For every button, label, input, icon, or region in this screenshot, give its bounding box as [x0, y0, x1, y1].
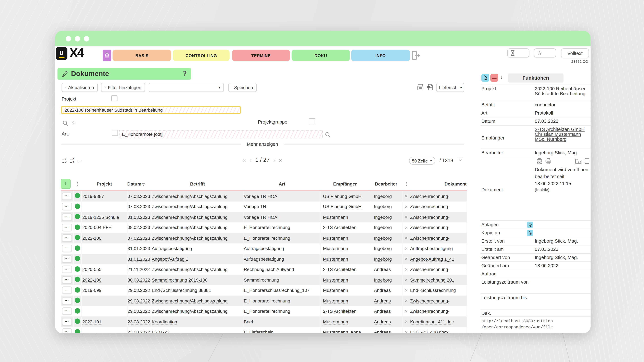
first-page-icon[interactable]: «: [242, 157, 246, 163]
table-row[interactable]: •••2022-10123.08.2022KoordinationBriefMu…: [61, 317, 466, 327]
table-row[interactable]: •••2020-55521.11.2022Zwischenrechnung/Ab…: [61, 264, 466, 275]
logout-icon[interactable]: [412, 50, 420, 60]
search-icon[interactable]: [325, 132, 331, 138]
row-actions-button[interactable]: •••: [62, 203, 72, 210]
funktionen-header[interactable]: Funktionen: [508, 73, 564, 82]
refresh-button[interactable]: Aktualisieren: [62, 83, 98, 92]
table-row[interactable]: •••2022-10030.08.2022Sammelrechnung 2019…: [61, 275, 466, 285]
table-row[interactable]: •••07.03.2023Zwischenrechnung/Abschlagsz…: [61, 201, 466, 212]
remove-icon[interactable]: ×: [404, 277, 408, 283]
header-betrifft[interactable]: Betrifft: [152, 178, 244, 190]
row-actions-button[interactable]: •••: [62, 224, 72, 231]
remove-icon[interactable]: ×: [404, 214, 408, 220]
window-control-close[interactable]: [66, 36, 71, 41]
projektgruppe-checkbox[interactable]: [309, 118, 315, 124]
row-actions-button[interactable]: •••: [62, 308, 72, 315]
cell-dokument-link[interactable]: Koordination_411.doc: [410, 319, 454, 324]
window-control-maximize[interactable]: [84, 36, 89, 41]
filter-preset-select[interactable]: ▼: [148, 83, 224, 92]
remove-panel-button[interactable]: —: [490, 74, 498, 82]
search-icon[interactable]: [62, 120, 68, 126]
cell-dokument-link[interactable]: Zwischenrechnung-: [410, 204, 450, 209]
tab-controlling[interactable]: CONTROLLING: [173, 50, 230, 61]
scroll-to-end-icon[interactable]: [458, 157, 463, 162]
deselect-all-icon[interactable]: ‒✗‒✗: [70, 158, 75, 164]
remove-icon[interactable]: ×: [404, 204, 408, 210]
remove-icon[interactable]: ×: [404, 319, 408, 325]
remove-icon[interactable]: ×: [404, 256, 408, 262]
show-more-link[interactable]: Mehr anzeigen: [247, 142, 278, 147]
volltext-button[interactable]: Volltext: [561, 48, 589, 58]
table-row[interactable]: •••29.08.2022Zwischenrechnung/Abschlagsz…: [61, 296, 466, 306]
column-menu-icon[interactable]: ⋮: [404, 181, 409, 187]
remove-icon[interactable]: ×: [404, 298, 408, 304]
last-page-icon[interactable]: »: [279, 157, 282, 163]
remove-icon[interactable]: ×: [404, 193, 408, 199]
row-actions-button[interactable]: •••: [62, 287, 72, 294]
art-input[interactable]: [119, 130, 323, 138]
empfaenger-link[interactable]: Christian Mustermann MSc, Nürnberg: [535, 132, 590, 142]
wait-time-box[interactable]: [507, 48, 529, 57]
select-all-icon[interactable]: ‒✓‒✓: [62, 158, 67, 164]
help-icon[interactable]: ?: [183, 69, 187, 78]
anlagen-select-button[interactable]: [527, 222, 533, 228]
table-row[interactable]: •••23.08.2022LSBT-23E_LieferscheinMuster…: [61, 327, 466, 333]
pdf-export-icon[interactable]: [427, 84, 434, 91]
star-icon[interactable]: ☆: [72, 119, 76, 125]
tab-basis[interactable]: BASIS: [112, 50, 171, 61]
remove-icon[interactable]: ×: [404, 245, 408, 252]
rows-per-page-select[interactable]: 50 Zeile ▼: [409, 157, 435, 164]
print-settings-icon[interactable]: [536, 158, 543, 164]
remove-icon[interactable]: ×: [404, 266, 408, 272]
window-control-minimize[interactable]: [75, 36, 80, 41]
projekt-input[interactable]: [61, 106, 241, 114]
row-actions-button[interactable]: •••: [62, 213, 72, 221]
row-actions-button[interactable]: •••: [62, 192, 72, 200]
column-menu-icon[interactable]: ⋮: [75, 181, 80, 187]
table-row[interactable]: •••2019-1235 Schule01.03.2023Zwischenrec…: [61, 212, 466, 222]
cell-dokument-link[interactable]: Angebot-Auftrag 1_42: [410, 257, 454, 261]
row-actions-button[interactable]: •••: [62, 255, 72, 263]
header-bearbeiter[interactable]: Bearbeiter: [370, 178, 402, 190]
printer-icon[interactable]: [545, 158, 552, 164]
empfaenger-link[interactable]: 2-TS Architekten GmbH: [535, 127, 590, 132]
remove-icon[interactable]: ×: [404, 224, 408, 231]
detail-value-projekt[interactable]: 2022-100 Reihenhäuser Südstadt In Bearbe…: [535, 85, 590, 100]
art-checkbox[interactable]: [112, 130, 118, 136]
next-page-icon[interactable]: ›: [274, 157, 276, 163]
table-row[interactable]: •••2019-988707.03.2023Zwischenrechnung/A…: [61, 190, 466, 201]
cell-dokument-link[interactable]: Sammelrechnung 201: [410, 277, 454, 282]
print-list-icon[interactable]: [417, 84, 424, 91]
remove-icon[interactable]: ×: [404, 308, 408, 314]
header-empfaenger[interactable]: Empfänger: [320, 178, 370, 190]
copy-document-icon[interactable]: [584, 158, 590, 164]
folder-settings-icon[interactable]: [575, 158, 582, 164]
row-actions-button[interactable]: •••: [62, 328, 72, 333]
table-row[interactable]: •••29.08.2022Zwischenrechnung/Abschlagsz…: [61, 306, 466, 317]
lamp-icon[interactable]: [103, 50, 112, 61]
cell-dokument-link[interactable]: Zwischenrechnung-: [410, 236, 450, 241]
cell-dokument-link[interactable]: Zwischenrechnung-: [410, 215, 450, 220]
cell-dokument-link[interactable]: Zwischenrechnung-: [410, 194, 450, 199]
row-actions-button[interactable]: •••: [62, 266, 72, 273]
cell-dokument-link[interactable]: Zwischenrechnung-: [410, 309, 450, 314]
tab-doku[interactable]: DOKU: [292, 50, 350, 61]
kopie-an-select-button[interactable]: [527, 230, 533, 236]
header-art[interactable]: Art: [244, 178, 320, 190]
row-actions-button[interactable]: •••: [62, 297, 72, 304]
down-arrow-icon[interactable]: ↓: [500, 73, 503, 80]
remove-icon[interactable]: ×: [404, 287, 408, 293]
tab-info[interactable]: INFO: [351, 50, 410, 61]
select-mode-button[interactable]: [482, 74, 489, 82]
row-actions-button[interactable]: •••: [62, 318, 72, 325]
cell-dokument-link[interactable]: Zwischenrechnung-: [410, 267, 450, 272]
menu-icon[interactable]: ≡: [78, 158, 82, 164]
favorites-box[interactable]: ☆: [534, 48, 556, 57]
cell-dokument-link[interactable]: Auftragsbestaetigung: [410, 246, 453, 251]
save-button[interactable]: Speichern: [228, 83, 257, 92]
report-select[interactable]: Liefersch ▼: [436, 83, 464, 92]
header-datum[interactable]: Datum▽: [127, 178, 152, 190]
header-projekt[interactable]: Projekt: [81, 178, 127, 190]
remove-icon[interactable]: ×: [404, 235, 408, 241]
table-row[interactable]: •••2020-004 EFH08.02.2023Zwischenrechnun…: [61, 222, 466, 233]
